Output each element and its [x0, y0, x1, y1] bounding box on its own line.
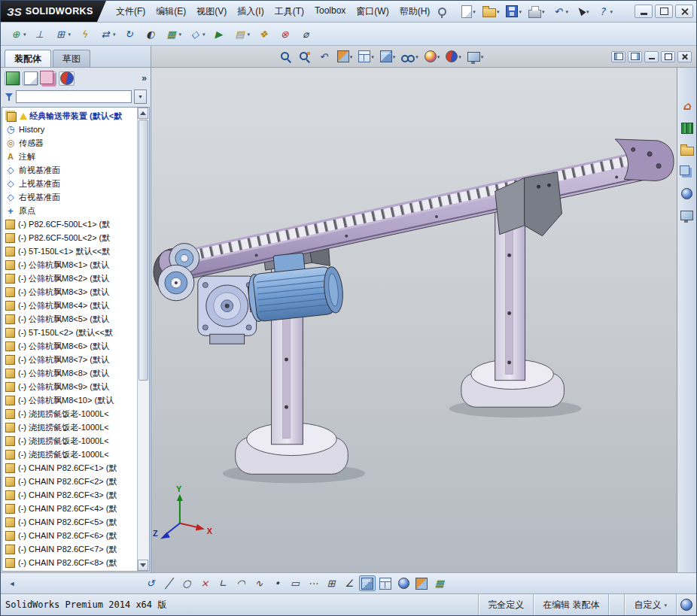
tree-item[interactable]: (-) CHAIN P82.6CF<8> (默	[5, 556, 138, 569]
dropdown-arrow-icon[interactable]: ▾	[68, 32, 72, 37]
zoom-fit-button[interactable]	[277, 49, 294, 64]
tree-scrollbar[interactable]	[137, 108, 149, 571]
rotate-component-button[interactable]: ↻	[120, 25, 139, 43]
menu-item[interactable]: 窗口(W)	[351, 2, 394, 21]
tree-item[interactable]: (-) P82.6CF-500L<2> (默	[5, 231, 138, 244]
display-style-button[interactable]: ▾	[378, 49, 398, 64]
tree-item[interactable]: (-) 公筛杭飘M8<5> (默认	[5, 312, 138, 326]
tree-item[interactable]: 原点	[5, 204, 138, 217]
tree-item[interactable]: (-) CHAIN P82.6CF<2> (默	[5, 475, 138, 488]
maximize-button[interactable]	[655, 5, 673, 18]
component-pattern-button[interactable]: ⊞ ▾	[52, 25, 74, 43]
dropdown-arrow-icon[interactable]: ▾	[473, 9, 476, 14]
print-button[interactable]: ▾	[525, 3, 548, 20]
axes-view-button[interactable]	[377, 575, 394, 591]
featuremanager-tab[interactable]	[5, 71, 20, 86]
mate-button[interactable]: ⊥	[31, 25, 50, 43]
toggle-right-pane-button[interactable]	[628, 51, 642, 62]
grid-table-button[interactable]: ▦	[431, 575, 448, 591]
tree-item[interactable]: (-) 公筛杭飘M8<8> (默认	[5, 366, 138, 380]
menu-item[interactable]: Toolbox	[309, 2, 351, 21]
arc-tool-button[interactable]: ◠	[233, 575, 249, 591]
appearances-scenes-button[interactable]	[679, 185, 695, 202]
rear-leg[interactable]	[461, 208, 565, 407]
view-palette-button[interactable]	[679, 163, 695, 180]
tree-item[interactable]: (-) 公筛杭飘M8<4> (默认	[5, 299, 138, 312]
tree-item[interactable]: (-) 公筛杭飘M8<9> (默认	[5, 380, 138, 393]
isometric-view-button[interactable]	[359, 575, 376, 591]
dimxpertmanager-tab[interactable]	[59, 71, 75, 86]
smart-fasteners-button[interactable]: ϟ	[75, 25, 94, 43]
tree-item[interactable]: 上视基准面	[5, 177, 138, 190]
insert-components-button[interactable]: ⊕ ▾	[7, 25, 29, 43]
measure-button[interactable]: ⌀	[297, 25, 315, 43]
menu-pin-icon[interactable]	[438, 8, 446, 16]
file-explorer-button[interactable]	[679, 141, 695, 158]
tree-item[interactable]: (-) CHAIN P82.6CF<5> (默	[5, 515, 138, 529]
custom-properties-button[interactable]	[679, 207, 695, 223]
dropdown-arrow-icon[interactable]: ▾	[437, 54, 440, 59]
view-orientation-button[interactable]: ▾	[356, 49, 376, 64]
minimize-button[interactable]	[635, 5, 653, 18]
tree-item[interactable]: (-) CHAIN P82.6CF<4> (默	[5, 502, 138, 515]
tree-item[interactable]: (-) CHAIN P82.6CF<3> (默	[5, 488, 138, 502]
menu-item[interactable]: 编辑(E)	[151, 2, 191, 21]
scrollbar-thumb[interactable]	[138, 120, 148, 381]
assembly-features-button[interactable]: ▦ ▾	[163, 25, 184, 43]
scroll-down-button[interactable]	[138, 560, 148, 571]
view-settings-button[interactable]: ▾	[465, 50, 486, 63]
trim-tool-button[interactable]: ×	[196, 575, 213, 591]
tree-item[interactable]: (-) P82.6CF-500L<1> (默	[5, 217, 138, 231]
solidworks-resources-button[interactable]: ⌂	[679, 98, 695, 114]
tree-item[interactable]: (-) 5T-150L<2> (默认<<默	[5, 326, 138, 339]
tree-item[interactable]: History	[5, 123, 138, 136]
toggle-left-pane-button[interactable]	[611, 51, 625, 62]
tree-item[interactable]: (-) CHAIN P82.6CF<1> (默	[5, 461, 138, 475]
dropdown-arrow-icon[interactable]: ▾	[565, 9, 568, 14]
tree-item[interactable]: 前视基准面	[5, 163, 138, 177]
apply-scene-button[interactable]: ▾	[443, 49, 464, 64]
interference-detection-button[interactable]: ⊗	[275, 25, 294, 43]
zoom-area-button[interactable]	[296, 49, 313, 64]
circle-tool-button[interactable]: ○	[178, 575, 195, 591]
design-library-button[interactable]	[679, 120, 695, 136]
dropdown-arrow-icon[interactable]: ▾	[113, 32, 116, 37]
select-button[interactable]: ▾	[572, 4, 592, 19]
dropdown-arrow-icon[interactable]: ▾	[371, 54, 374, 59]
menu-item[interactable]: 文件(F)	[111, 2, 151, 21]
panel-expand-chevron[interactable]: »	[142, 73, 147, 83]
toolbar-scroll-left-button[interactable]: ◄	[5, 577, 19, 590]
custom-status-dropdown[interactable]: 自定义▾	[624, 594, 676, 615]
tree-item[interactable]: (-) CHAIN P82.6CF<7> (默	[5, 542, 138, 556]
shaded-mode-button[interactable]	[395, 575, 412, 591]
filter-funnel-icon[interactable]	[5, 93, 14, 102]
tree-item[interactable]: (-) 公筛杭飘M8<1> (默认	[5, 258, 138, 272]
dropdown-arrow-icon[interactable]: ▾	[202, 32, 205, 37]
dropdown-arrow-icon[interactable]: ▾	[519, 9, 522, 14]
section-view-button[interactable]: ▾	[335, 49, 355, 64]
bill-of-materials-button[interactable]: ▤ ▾	[231, 25, 253, 43]
close-button[interactable]	[675, 5, 693, 18]
dropdown-arrow-icon[interactable]: ▾	[458, 54, 461, 59]
save-button[interactable]: ▾	[503, 3, 525, 20]
corner-tool-button[interactable]: ∟	[215, 575, 231, 591]
dropdown-arrow-icon[interactable]: ▾	[393, 54, 396, 59]
graphics-area[interactable]: Y X Z	[151, 68, 677, 572]
filter-input[interactable]	[16, 90, 132, 103]
new-document-button[interactable]: ▾	[458, 3, 479, 20]
gearbox[interactable]	[198, 276, 257, 344]
configurationmanager-tab[interactable]	[41, 71, 56, 86]
spline-tool-button[interactable]: ∿	[251, 575, 267, 591]
commandmanager-tab[interactable]: 草图	[53, 50, 90, 67]
menu-item[interactable]: 帮助(H)	[394, 2, 436, 21]
dropdown-arrow-icon[interactable]: ▾	[248, 32, 251, 37]
move-component-button[interactable]: ⇄ ▾	[96, 25, 118, 43]
tree-item[interactable]: (-) 公筛杭飘M8<6> (默认	[5, 339, 138, 353]
menu-item[interactable]: 视图(V)	[191, 2, 232, 21]
help-button[interactable]: ? ▾	[592, 2, 616, 20]
tree-root-item[interactable]: 经典输送带装置 (默认<默	[5, 109, 138, 123]
undo-button[interactable]: ↶ ▾	[548, 2, 571, 20]
dropdown-arrow-icon[interactable]: ▾	[350, 54, 353, 59]
tree-item[interactable]: (-) 浇扼捞毹饭老-1000L<	[5, 407, 138, 420]
help-status-button[interactable]	[676, 594, 696, 615]
